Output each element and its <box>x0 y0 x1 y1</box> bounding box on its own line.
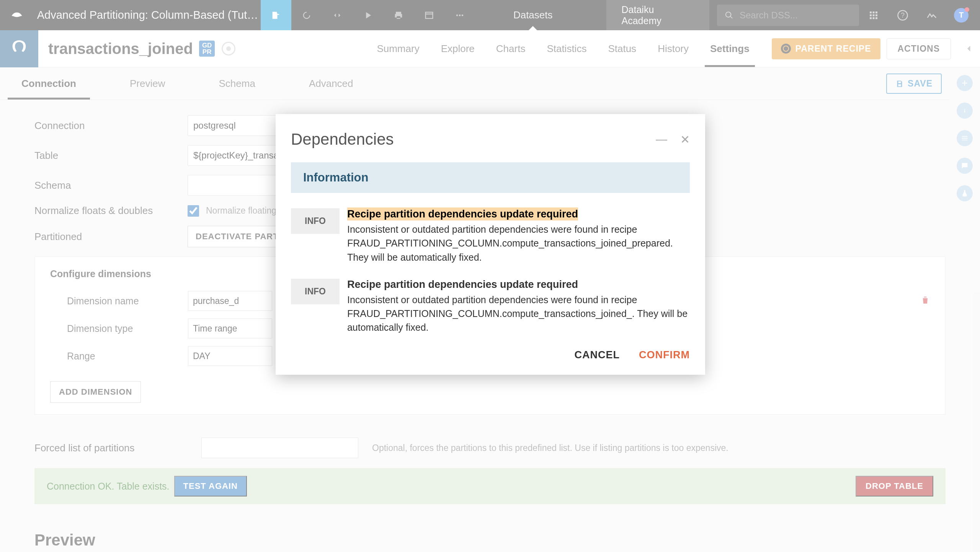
modal-cancel-button[interactable]: CANCEL <box>575 349 620 361</box>
modal-minimize-icon[interactable]: — <box>656 133 667 146</box>
modal-title: Dependencies <box>291 130 394 149</box>
modal-confirm-button[interactable]: CONFIRM <box>639 349 690 361</box>
dependencies-modal: Dependencies — ✕ Information INFO Recipe… <box>276 114 705 375</box>
msg2-title: Recipe partition dependencies update req… <box>347 279 690 291</box>
modal-message-1: INFO Recipe partition dependencies updat… <box>291 208 690 264</box>
msg2-body: Inconsistent or outdated partition depen… <box>347 293 690 335</box>
modal-close-icon[interactable]: ✕ <box>680 133 690 146</box>
info-badge-2: INFO <box>291 279 340 304</box>
msg1-body: Inconsistent or outdated partition depen… <box>347 222 690 264</box>
modal-message-2: INFO Recipe partition dependencies updat… <box>291 279 690 335</box>
info-badge: INFO <box>291 208 340 234</box>
modal-info-band: Information <box>291 162 690 193</box>
msg1-title: Recipe partition dependencies update req… <box>347 207 578 220</box>
